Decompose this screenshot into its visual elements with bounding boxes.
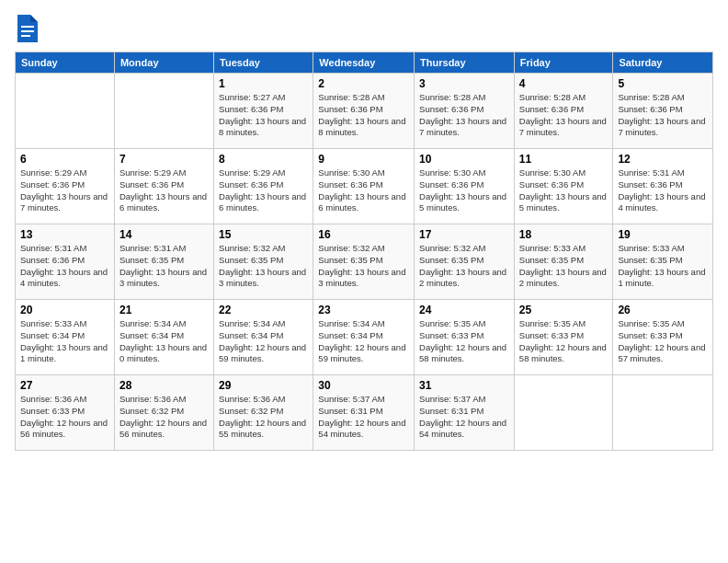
day-info: Sunrise: 5:30 AM Sunset: 6:36 PM Dayligh… (419, 167, 509, 214)
day-info: Sunrise: 5:29 AM Sunset: 6:36 PM Dayligh… (119, 167, 209, 214)
day-info: Sunrise: 5:34 AM Sunset: 6:34 PM Dayligh… (119, 318, 209, 365)
calendar-body: 1Sunrise: 5:27 AM Sunset: 6:36 PM Daylig… (16, 74, 713, 451)
calendar-cell: 22Sunrise: 5:34 AM Sunset: 6:34 PM Dayli… (214, 300, 313, 375)
calendar-cell: 15Sunrise: 5:32 AM Sunset: 6:35 PM Dayli… (214, 224, 313, 300)
header-row: SundayMondayTuesdayWednesdayThursdayFrid… (16, 52, 713, 74)
day-number: 11 (519, 153, 609, 166)
day-number: 9 (318, 153, 409, 166)
day-number: 5 (618, 77, 708, 90)
calendar-cell: 16Sunrise: 5:32 AM Sunset: 6:35 PM Dayli… (313, 224, 415, 300)
day-number: 26 (618, 304, 708, 316)
svg-rect-4 (21, 35, 30, 37)
day-info: Sunrise: 5:33 AM Sunset: 6:35 PM Dayligh… (618, 243, 708, 290)
calendar-week: 1Sunrise: 5:27 AM Sunset: 6:36 PM Daylig… (16, 74, 713, 149)
svg-marker-0 (17, 15, 38, 42)
day-number: 7 (119, 153, 209, 166)
day-info: Sunrise: 5:30 AM Sunset: 6:36 PM Dayligh… (519, 167, 609, 214)
day-info: Sunrise: 5:31 AM Sunset: 6:36 PM Dayligh… (618, 167, 708, 214)
calendar-cell: 17Sunrise: 5:32 AM Sunset: 6:35 PM Dayli… (415, 224, 515, 300)
day-info: Sunrise: 5:35 AM Sunset: 6:33 PM Dayligh… (618, 318, 708, 365)
svg-rect-3 (21, 30, 34, 32)
calendar-week: 13Sunrise: 5:31 AM Sunset: 6:36 PM Dayli… (16, 224, 713, 300)
day-info: Sunrise: 5:36 AM Sunset: 6:32 PM Dayligh… (119, 394, 209, 441)
calendar-cell: 24Sunrise: 5:35 AM Sunset: 6:33 PM Dayli… (415, 300, 515, 375)
day-number: 13 (20, 228, 109, 241)
day-number: 21 (119, 304, 209, 316)
calendar-cell: 26Sunrise: 5:35 AM Sunset: 6:33 PM Dayli… (613, 300, 713, 375)
calendar-week: 27Sunrise: 5:36 AM Sunset: 6:33 PM Dayli… (16, 375, 713, 451)
header-day: Saturday (613, 52, 713, 74)
day-number: 3 (419, 77, 509, 90)
calendar-cell: 20Sunrise: 5:33 AM Sunset: 6:34 PM Dayli… (16, 300, 115, 375)
calendar-cell: 11Sunrise: 5:30 AM Sunset: 6:36 PM Dayli… (514, 149, 613, 224)
day-info: Sunrise: 5:30 AM Sunset: 6:36 PM Dayligh… (318, 167, 409, 214)
day-info: Sunrise: 5:29 AM Sunset: 6:36 PM Dayligh… (20, 167, 109, 214)
svg-rect-2 (21, 26, 34, 28)
calendar-cell: 2Sunrise: 5:28 AM Sunset: 6:36 PM Daylig… (313, 74, 415, 149)
day-number: 30 (318, 379, 409, 392)
day-info: Sunrise: 5:31 AM Sunset: 6:35 PM Dayligh… (119, 243, 209, 290)
day-number: 22 (219, 304, 308, 316)
day-number: 1 (219, 77, 308, 90)
calendar-table: SundayMondayTuesdayWednesdayThursdayFrid… (15, 52, 713, 451)
calendar-cell: 1Sunrise: 5:27 AM Sunset: 6:36 PM Daylig… (214, 74, 313, 149)
calendar-week: 6Sunrise: 5:29 AM Sunset: 6:36 PM Daylig… (16, 149, 713, 224)
header-day: Sunday (16, 52, 115, 74)
calendar-cell (514, 375, 613, 451)
day-number: 18 (519, 228, 609, 241)
day-info: Sunrise: 5:29 AM Sunset: 6:36 PM Dayligh… (219, 167, 308, 214)
page-header (15, 15, 713, 42)
day-info: Sunrise: 5:34 AM Sunset: 6:34 PM Dayligh… (219, 318, 308, 365)
calendar-cell: 31Sunrise: 5:37 AM Sunset: 6:31 PM Dayli… (415, 375, 515, 451)
day-info: Sunrise: 5:35 AM Sunset: 6:33 PM Dayligh… (519, 318, 609, 365)
calendar-cell: 19Sunrise: 5:33 AM Sunset: 6:35 PM Dayli… (613, 224, 713, 300)
calendar-cell: 5Sunrise: 5:28 AM Sunset: 6:36 PM Daylig… (613, 74, 713, 149)
day-number: 6 (20, 153, 109, 166)
day-number: 19 (618, 228, 708, 241)
calendar-cell: 13Sunrise: 5:31 AM Sunset: 6:36 PM Dayli… (16, 224, 115, 300)
calendar-cell: 6Sunrise: 5:29 AM Sunset: 6:36 PM Daylig… (16, 149, 115, 224)
day-info: Sunrise: 5:28 AM Sunset: 6:36 PM Dayligh… (318, 92, 409, 139)
header-day: Monday (114, 52, 213, 74)
day-info: Sunrise: 5:27 AM Sunset: 6:36 PM Dayligh… (219, 92, 308, 139)
day-info: Sunrise: 5:33 AM Sunset: 6:35 PM Dayligh… (519, 243, 609, 290)
day-number: 14 (119, 228, 209, 241)
header-day: Friday (514, 52, 613, 74)
day-number: 2 (318, 77, 409, 90)
day-info: Sunrise: 5:36 AM Sunset: 6:33 PM Dayligh… (20, 394, 109, 441)
day-number: 27 (20, 379, 109, 392)
day-number: 15 (219, 228, 308, 241)
day-number: 25 (519, 304, 609, 316)
calendar-cell (16, 74, 115, 149)
calendar-cell: 25Sunrise: 5:35 AM Sunset: 6:33 PM Dayli… (514, 300, 613, 375)
calendar-cell: 10Sunrise: 5:30 AM Sunset: 6:36 PM Dayli… (415, 149, 515, 224)
day-info: Sunrise: 5:37 AM Sunset: 6:31 PM Dayligh… (318, 394, 409, 441)
day-number: 24 (419, 304, 509, 316)
calendar-cell: 9Sunrise: 5:30 AM Sunset: 6:36 PM Daylig… (313, 149, 415, 224)
day-number: 8 (219, 153, 308, 166)
calendar-cell: 3Sunrise: 5:28 AM Sunset: 6:36 PM Daylig… (415, 74, 515, 149)
day-number: 28 (119, 379, 209, 392)
calendar-cell: 14Sunrise: 5:31 AM Sunset: 6:35 PM Dayli… (114, 224, 213, 300)
day-number: 12 (618, 153, 708, 166)
day-info: Sunrise: 5:37 AM Sunset: 6:31 PM Dayligh… (419, 394, 509, 441)
day-info: Sunrise: 5:32 AM Sunset: 6:35 PM Dayligh… (219, 243, 308, 290)
day-info: Sunrise: 5:28 AM Sunset: 6:36 PM Dayligh… (419, 92, 509, 139)
calendar-cell: 8Sunrise: 5:29 AM Sunset: 6:36 PM Daylig… (214, 149, 313, 224)
day-info: Sunrise: 5:28 AM Sunset: 6:36 PM Dayligh… (519, 92, 609, 139)
day-info: Sunrise: 5:31 AM Sunset: 6:36 PM Dayligh… (20, 243, 109, 290)
svg-marker-1 (30, 15, 38, 22)
calendar-cell: 28Sunrise: 5:36 AM Sunset: 6:32 PM Dayli… (114, 375, 213, 451)
calendar-cell: 18Sunrise: 5:33 AM Sunset: 6:35 PM Dayli… (514, 224, 613, 300)
calendar-cell: 7Sunrise: 5:29 AM Sunset: 6:36 PM Daylig… (114, 149, 213, 224)
calendar-week: 20Sunrise: 5:33 AM Sunset: 6:34 PM Dayli… (16, 300, 713, 375)
calendar-cell (613, 375, 713, 451)
day-number: 23 (318, 304, 409, 316)
day-info: Sunrise: 5:33 AM Sunset: 6:34 PM Dayligh… (20, 318, 109, 365)
day-number: 16 (318, 228, 409, 241)
day-number: 10 (419, 153, 509, 166)
day-number: 4 (519, 77, 609, 90)
day-number: 31 (419, 379, 509, 392)
calendar-cell: 30Sunrise: 5:37 AM Sunset: 6:31 PM Dayli… (313, 375, 415, 451)
day-info: Sunrise: 5:35 AM Sunset: 6:33 PM Dayligh… (419, 318, 509, 365)
